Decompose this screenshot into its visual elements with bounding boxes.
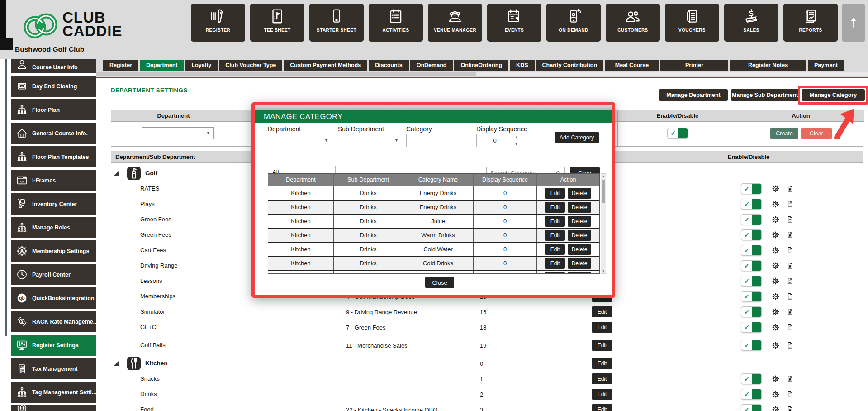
toolbar-button[interactable]: ON DEMAND [546,4,601,42]
gear-icon[interactable] [771,374,780,383]
copy-page-icon[interactable] [786,292,794,301]
delete-button[interactable]: Delete [568,258,591,269]
enable-toggle[interactable]: ✓ [741,404,762,411]
tabs-scrollbar-thumb[interactable] [96,72,476,76]
settings-tab[interactable]: Meal Course [605,60,659,71]
toolbar-button[interactable]: TEE SHEET [250,4,304,42]
toolbar-button[interactable]: STARTER SHEET [309,4,364,42]
copy-page-icon[interactable] [786,406,794,411]
enable-toggle[interactable]: ✓ [741,373,762,384]
enable-toggle[interactable]: ✓ [741,322,762,333]
settings-tab[interactable]: OnDemand [410,60,453,71]
modal-sub-department-select[interactable]: ▼ [338,134,402,147]
enable-toggle[interactable]: ✓ [741,291,762,302]
edit-button[interactable]: Edit [545,230,565,241]
stepper-down-icon[interactable]: ▼ [515,143,518,146]
sidebar-item[interactable]: Floor Plan Templates [11,146,96,167]
settings-tab[interactable]: Discounts [369,60,408,71]
department-select[interactable]: ▼ [142,127,214,139]
expand-triangle-icon[interactable] [114,361,119,366]
enable-toggle[interactable]: ✓ [741,183,762,194]
create-button[interactable]: Create [770,128,798,139]
enable-toggle[interactable]: ✓ [741,340,762,351]
sidebar-item[interactable]: Inventory Center [11,193,96,215]
gear-icon[interactable] [771,184,780,193]
sidebar-item[interactable]: Membership Settings [11,240,96,262]
gear-icon[interactable] [771,230,780,239]
edit-button[interactable]: Edit [545,258,565,269]
table-scrollbar[interactable]: ▲ ▼ [601,173,606,274]
sidebar-item[interactable]: Floor Plan [11,99,96,120]
toolbar-button[interactable]: CUSTOMERS [606,4,660,42]
table-scrollbar-thumb[interactable] [602,180,605,203]
tree-item-label[interactable]: Drinks [140,391,157,397]
enable-toggle[interactable]: ✓ [741,229,762,240]
edit-button[interactable]: Edit [545,216,565,227]
gear-icon[interactable] [771,323,780,332]
tree-item-label[interactable]: Plays [140,201,155,207]
delete-button[interactable]: Delete [568,272,591,274]
gear-icon[interactable] [771,292,780,301]
copy-page-icon[interactable] [786,200,794,208]
modal-category-input[interactable] [406,134,470,147]
toolbar-button[interactable]: ACTIVITIES [369,4,423,42]
tree-item-label[interactable]: Green Fees [140,231,171,238]
sidebar-item[interactable]: Course User Info [11,59,96,73]
settings-tab[interactable]: KDS [510,60,534,71]
sidebar-item[interactable]: qb QuickBooksIntegration [11,287,96,309]
tree-item-label[interactable]: Memberships [140,293,175,300]
close-button[interactable]: Close [425,277,454,288]
delete-button[interactable]: Delete [568,216,591,227]
gear-icon[interactable] [771,341,780,350]
enable-toggle[interactable]: ✓ [741,199,762,210]
tabs-scrollbar[interactable] [96,72,868,76]
sidebar-item[interactable]: General Course Info. [11,123,96,144]
tree-item-label[interactable]: Green Fees [140,216,171,223]
gear-icon[interactable] [771,307,780,316]
toolbar-button[interactable]: REPORTS [783,4,838,42]
enable-toggle[interactable]: ✓ [741,276,762,287]
copy-page-icon[interactable] [786,246,794,254]
settings-tab[interactable]: Custom Payment Methods [284,60,367,71]
edit-button[interactable]: Edit [545,202,565,213]
manage-department-button[interactable]: Manage Department [659,89,728,101]
settings-tab[interactable]: Register [103,60,138,71]
gear-icon[interactable] [771,215,780,224]
copy-page-icon[interactable] [786,390,794,398]
copy-page-icon[interactable] [786,231,794,239]
delete-button[interactable]: Delete [568,188,591,199]
copy-page-icon[interactable] [786,323,794,331]
edit-button[interactable]: Edit [592,389,612,400]
edit-button[interactable]: Edit [592,340,612,351]
settings-tab[interactable]: Charity Contribution [536,60,604,71]
sidebar-item[interactable]: Payroll Center [11,264,96,285]
tree-item-label[interactable]: Simulator [140,308,165,315]
copy-page-icon[interactable] [786,375,794,383]
gear-icon[interactable] [771,261,780,270]
add-category-button[interactable]: Add Category [555,132,599,143]
enable-toggle[interactable]: ✓ [741,260,762,271]
copy-page-icon[interactable] [786,262,794,270]
edit-button[interactable]: Edit [592,404,612,411]
gear-icon[interactable] [771,277,780,286]
gear-icon[interactable] [771,390,780,399]
manage-category-button[interactable]: Manage Category [802,89,865,101]
sidebar-item[interactable]: TAX$ Tax Management [11,358,96,379]
modal-department-select[interactable]: ▼ [268,134,332,147]
tree-item-label[interactable]: Kitchen [145,360,168,367]
edit-button[interactable]: Edit [545,244,565,255]
copy-page-icon[interactable] [786,215,794,224]
gear-icon[interactable] [771,200,780,209]
toolbar-button[interactable]: VENUE MANAGER [428,4,482,42]
sidebar-item[interactable] [11,405,96,411]
tree-item-label[interactable]: Driving Range [140,262,177,269]
tree-item-label[interactable]: GF+CF [140,324,160,330]
clear-button[interactable]: Clear [801,128,832,139]
settings-tab[interactable]: Loyalty [185,60,218,71]
delete-button[interactable]: Delete [568,230,591,241]
copy-page-icon[interactable] [786,277,794,285]
expand-triangle-icon[interactable] [114,171,119,176]
toolbar-button[interactable]: VOUCHERS [665,4,719,42]
stepper-up-icon[interactable]: ▲ [515,135,518,139]
sidebar-item[interactable]: Manage Roles [11,217,96,238]
